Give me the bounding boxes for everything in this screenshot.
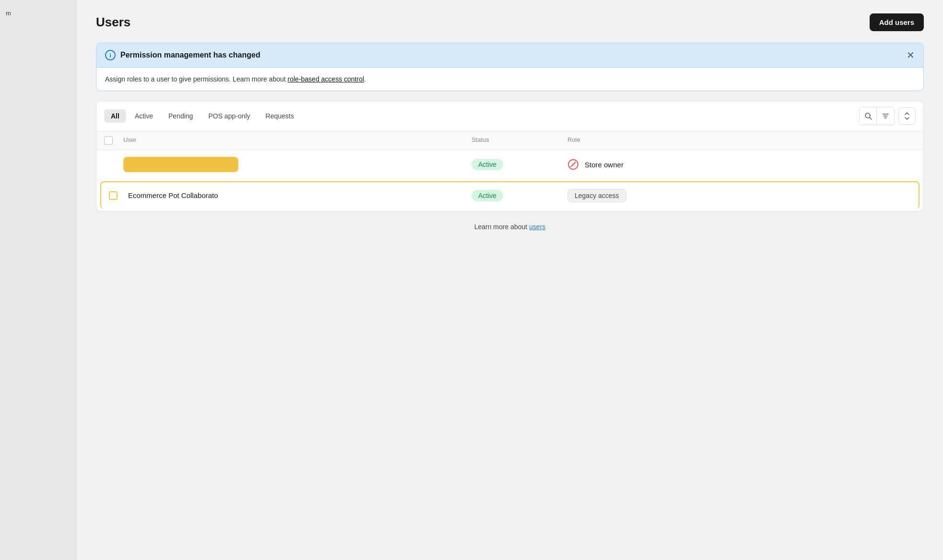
tab-active[interactable]: Active: [128, 109, 160, 123]
row2-checkbox-col: [109, 191, 128, 200]
page-header: Users Add users: [96, 13, 924, 31]
tab-pending[interactable]: Pending: [162, 109, 200, 123]
alert-body: Assign roles to a user to give permissio…: [96, 67, 923, 91]
header-role: Role: [567, 136, 916, 145]
alert-close-button[interactable]: ✕: [907, 50, 915, 60]
user-name-skeleton: [123, 157, 238, 172]
sidebar-partial-text: m: [0, 6, 76, 21]
filter-button[interactable]: [877, 107, 894, 125]
learn-more-text: Learn more about: [474, 223, 529, 231]
tab-requests[interactable]: Requests: [259, 109, 301, 123]
alert-header: i Permission management has changed ✕: [96, 43, 923, 67]
svg-line-1: [870, 117, 872, 119]
row2-user-name: Ecommerce Pot Collaborato: [128, 191, 218, 199]
status-badge-active: Active: [472, 159, 503, 170]
main-content: Users Add users i Permission management …: [77, 0, 943, 560]
role-store-owner: Store owner: [585, 161, 624, 169]
sort-icon: [903, 112, 911, 120]
search-button[interactable]: [860, 107, 877, 125]
row2-role-col: Legacy access: [567, 189, 911, 202]
row1-user-col: [123, 157, 472, 172]
row2-checkbox[interactable]: [109, 191, 118, 200]
users-link[interactable]: users: [529, 223, 545, 231]
row2-user-col: Ecommerce Pot Collaborato: [128, 191, 472, 200]
header-user: User: [123, 136, 472, 145]
row1-status-col: Active: [472, 159, 567, 170]
tabs-actions: [859, 107, 916, 125]
table-row: Active Store owner: [96, 150, 923, 179]
alert-body-suffix: .: [364, 75, 366, 83]
page-title: Users: [96, 15, 130, 30]
role-based-access-link[interactable]: role-based access control: [288, 75, 365, 83]
row2-status-col: Active: [472, 190, 567, 201]
header-status: Status: [472, 136, 567, 145]
row2-status-badge: Active: [472, 190, 503, 201]
select-all-checkbox[interactable]: [104, 136, 113, 145]
search-icon: [864, 112, 872, 120]
tab-all[interactable]: All: [104, 109, 126, 123]
sidebar: m: [0, 0, 77, 560]
search-filter-group: [859, 107, 895, 125]
users-card: All Active Pending POS app-only Requests: [96, 101, 924, 211]
legacy-access-badge: Legacy access: [567, 189, 626, 202]
table-row: Ecommerce Pot Collaborato Active Legacy …: [100, 181, 919, 209]
add-users-button[interactable]: Add users: [870, 13, 924, 31]
sort-button[interactable]: [898, 107, 916, 125]
alert-banner: i Permission management has changed ✕ As…: [96, 43, 924, 91]
tab-pos-app-only[interactable]: POS app-only: [201, 109, 257, 123]
filter-icon: [882, 112, 889, 120]
info-icon: i: [105, 50, 116, 60]
no-edit-icon: [567, 159, 579, 170]
row2-wrapper: Ecommerce Pot Collaborato Active Legacy …: [96, 179, 923, 211]
alert-body-text: Assign roles to a user to give permissio…: [105, 75, 288, 83]
table-header: User Status Role: [96, 131, 923, 150]
header-checkbox-col: [104, 136, 123, 145]
tabs-row: All Active Pending POS app-only Requests: [96, 101, 923, 131]
row1-role-col: Store owner: [567, 159, 916, 170]
learn-more-section: Learn more about users: [96, 211, 924, 242]
alert-title: Permission management has changed: [120, 51, 260, 59]
alert-title-group: i Permission management has changed: [105, 50, 260, 60]
